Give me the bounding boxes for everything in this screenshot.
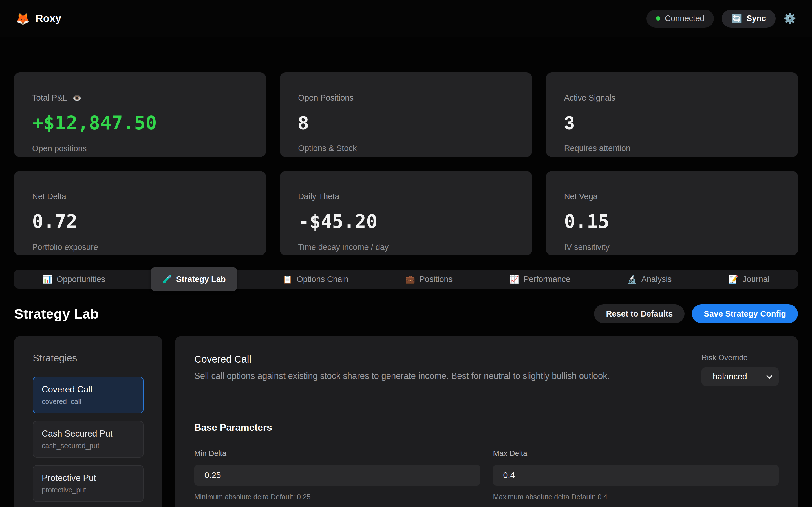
section-divider — [194, 404, 779, 404]
stat-value: 0.15 — [564, 211, 780, 232]
brand: 🦊 Roxy — [16, 13, 61, 24]
param-help: Minimum absolute delta Default: 0.25 — [194, 493, 480, 501]
stat-subtext: Portfolio exposure — [32, 242, 248, 252]
strategy-config-panel: Covered Call Sell call options against e… — [175, 336, 798, 507]
panel-header: Covered Call Sell call options against e… — [194, 353, 779, 386]
app-title: Roxy — [36, 13, 61, 24]
stats-grid: Total P&L 👁️ +$12,847.50 Open positions … — [14, 72, 798, 256]
connected-dot-icon — [656, 16, 660, 20]
stat-label: Net Delta — [32, 192, 66, 201]
top-actions: Connected 🔄 Sync ⚙️ — [647, 10, 796, 27]
page-actions: Reset to Defaults Save Strategy Config — [594, 304, 798, 323]
strategy-name: Covered Call — [42, 385, 135, 395]
strategy-item-protective-put[interactable]: Protective Put protective_put — [33, 465, 144, 502]
sync-button[interactable]: 🔄 Sync — [722, 10, 776, 27]
top-bar: 🦊 Roxy Connected 🔄 Sync ⚙️ — [0, 0, 812, 38]
strategy-list: Covered Call covered_call Cash Secured P… — [33, 377, 144, 507]
connection-status-badge: Connected — [647, 10, 714, 27]
stat-label: Open Positions — [298, 93, 354, 103]
tab-label: Opportunities — [57, 275, 105, 284]
clipboard-icon: 📋 — [283, 275, 292, 284]
tab-label: Strategy Lab — [176, 275, 226, 284]
stat-card-open-positions: Open Positions 8 Options & Stock — [280, 72, 532, 157]
test-tube-icon: 🧪 — [162, 275, 172, 284]
strategies-sidebar: Strategies Covered Call covered_call Cas… — [14, 336, 162, 507]
sidebar-title: Strategies — [33, 352, 144, 363]
stat-subtext: Options & Stock — [298, 144, 514, 153]
panel-header-text: Covered Call Sell call options against e… — [194, 353, 610, 381]
stat-subtext: Time decay income / day — [298, 242, 514, 252]
strategy-description: Sell call options against existing stock… — [194, 371, 610, 381]
stat-label: Total P&L — [32, 93, 67, 103]
tab-label: Options Chain — [297, 275, 349, 284]
tab-label: Analysis — [641, 275, 672, 284]
max-delta-input[interactable] — [493, 465, 779, 486]
connection-status-label: Connected — [665, 14, 704, 23]
strategy-name: Cash Secured Put — [42, 429, 135, 439]
stat-subtext: Open positions — [32, 144, 248, 153]
strategy-id: protective_put — [42, 486, 135, 494]
strategy-id: covered_call — [42, 397, 135, 406]
content-area: Strategies Covered Call covered_call Cas… — [14, 336, 798, 507]
bar-chart-icon: 📊 — [43, 275, 52, 284]
tab-strategy-lab[interactable]: 🧪 Strategy Lab — [151, 267, 237, 291]
tab-options-chain[interactable]: 📋 Options Chain — [271, 270, 360, 289]
param-min-delta: Min Delta Minimum absolute delta Default… — [194, 449, 480, 501]
tab-label: Journal — [743, 275, 769, 284]
stat-label: Daily Theta — [298, 192, 339, 201]
eye-toggle-icon[interactable]: 👁️ — [72, 94, 82, 103]
stat-card-total-pnl: Total P&L 👁️ +$12,847.50 Open positions — [14, 72, 266, 157]
base-parameters-title: Base Parameters — [194, 422, 779, 433]
memo-icon: 📝 — [728, 275, 739, 284]
settings-gear-icon[interactable]: ⚙️ — [783, 13, 796, 24]
page-heading-row: Strategy Lab Reset to Defaults Save Stra… — [14, 304, 798, 323]
chart-up-icon: 📈 — [509, 275, 519, 284]
param-max-delta: Max Delta Maximum absolute delta Default… — [493, 449, 779, 501]
risk-override-label: Risk Override — [702, 353, 779, 362]
strategy-name: Protective Put — [42, 473, 135, 483]
stat-card-daily-theta: Daily Theta -$45.20 Time decay income / … — [280, 171, 532, 256]
strategy-item-cash-secured-put[interactable]: Cash Secured Put cash_secured_put — [33, 421, 144, 458]
tab-journal[interactable]: 📝 Journal — [717, 270, 781, 289]
page-title: Strategy Lab — [14, 306, 99, 322]
stat-value: -$45.20 — [298, 211, 514, 232]
strategy-id: cash_secured_put — [42, 442, 135, 450]
main-tabbar: 📊 Opportunities 🧪 Strategy Lab 📋 Options… — [14, 270, 798, 289]
stat-value: +$12,847.50 — [32, 112, 248, 134]
min-delta-input[interactable] — [194, 465, 480, 486]
stat-value: 0.72 — [32, 211, 248, 232]
save-strategy-config-button[interactable]: Save Strategy Config — [692, 304, 798, 323]
tab-label: Positions — [419, 275, 453, 284]
stat-value: 3 — [564, 112, 780, 133]
microscope-icon: 🔬 — [627, 275, 637, 284]
sync-label: Sync — [747, 14, 766, 23]
stat-value: 8 — [298, 112, 514, 133]
stat-card-net-vega: Net Vega 0.15 IV sensitivity — [546, 171, 798, 256]
stat-card-net-delta: Net Delta 0.72 Portfolio exposure — [14, 171, 266, 256]
tab-analysis[interactable]: 🔬 Analysis — [616, 270, 683, 289]
stat-label: Active Signals — [564, 93, 615, 103]
briefcase-icon: 💼 — [405, 275, 415, 284]
tab-positions[interactable]: 💼 Positions — [394, 270, 464, 289]
strategy-item-covered-call[interactable]: Covered Call covered_call — [33, 377, 144, 413]
parameters-grid: Min Delta Minimum absolute delta Default… — [194, 449, 779, 507]
stat-subtext: Requires attention — [564, 144, 780, 153]
risk-override-select[interactable]: balanced — [702, 367, 779, 386]
param-help: Maximum absolute delta Default: 0.4 — [493, 493, 779, 501]
reset-defaults-button[interactable]: Reset to Defaults — [594, 304, 684, 323]
param-label: Min Delta — [194, 449, 480, 458]
fox-logo-icon: 🦊 — [16, 13, 30, 24]
tab-opportunities[interactable]: 📊 Opportunities — [31, 270, 116, 289]
stat-card-active-signals: Active Signals 3 Requires attention — [546, 72, 798, 157]
param-label: Max Delta — [493, 449, 779, 458]
risk-override-group: Risk Override balanced — [702, 353, 779, 386]
risk-override-value: balanced — [713, 372, 747, 381]
tab-label: Performance — [523, 275, 570, 284]
tab-performance[interactable]: 📈 Performance — [498, 270, 581, 289]
strategy-title: Covered Call — [194, 353, 610, 365]
chevron-down-icon — [766, 373, 773, 379]
stat-label: Net Vega — [564, 192, 598, 201]
stat-subtext: IV sensitivity — [564, 242, 780, 252]
sync-icon: 🔄 — [731, 13, 742, 23]
